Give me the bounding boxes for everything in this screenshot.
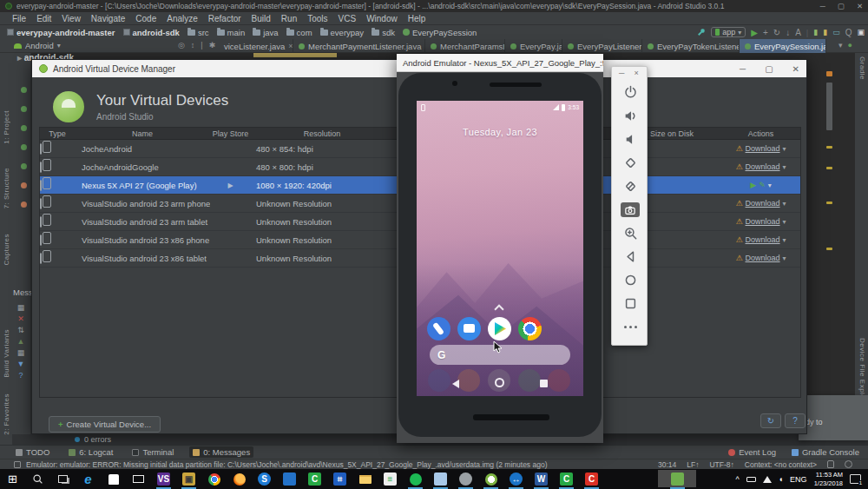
breadcrumb-src[interactable]: src [187,28,209,37]
line-separator-indicator[interactable]: LF↑ [687,460,699,469]
tool-windows-icon[interactable]: ▣ [857,28,865,36]
edge-icon[interactable]: e [76,469,101,489]
chrome-taskbar-icon[interactable] [201,469,227,489]
menu-code[interactable]: Code [130,14,161,23]
caret-position[interactable]: 30:14 [658,460,676,469]
menu-build[interactable]: Build [247,14,276,23]
help-icon[interactable]: ? [14,370,28,381]
android-app-icon[interactable] [478,469,503,489]
breadcrumb-com[interactable]: com [286,28,312,37]
dropdown-icon[interactable]: ▾ [783,236,786,244]
tray-expand-icon[interactable]: ^ [735,475,739,484]
download-link[interactable]: Download [746,162,780,171]
status-message[interactable]: Emulator: emulator: ERROR: Missing initi… [26,460,548,469]
dropdown-icon[interactable]: ▾ [783,218,786,226]
zoom-button[interactable] [612,221,648,245]
menu-view[interactable]: View [56,14,86,23]
ide-minimize-button[interactable]: ─ [820,2,825,10]
tab-merchantparamslistener[interactable]: MerchantParamsListener.java× [425,39,505,53]
ide-maximize-button[interactable]: ▢ [838,2,845,10]
tab-servicelistener[interactable]: viceListener.java× [219,39,293,53]
stop-icon[interactable]: ✕ [14,314,28,325]
notification-balloon[interactable]: dy to [799,395,868,440]
help-button[interactable]: ? [785,413,806,428]
document-app-icon[interactable]: ≡ [378,469,403,489]
tab-everypaysession[interactable]: EveryPaySession.java× [740,39,826,53]
edit-icon[interactable]: ✎ [759,181,766,189]
breadcrumb-project[interactable]: everypay-android-master [7,28,115,37]
toolwindow-toggle-icon[interactable] [14,461,21,468]
settings-icon[interactable]: ◎ [178,41,185,50]
tool-stripe-gradle[interactable]: Gradle [858,56,866,80]
tab-terminal[interactable]: Terminal [128,446,177,458]
toolbar-close-button[interactable]: × [634,69,638,81]
tool-stripe-captures[interactable]: Captures [3,234,10,265]
sticky-notes-icon[interactable] [428,469,453,489]
overview-button[interactable] [612,292,648,315]
menu-tools[interactable]: Tools [302,14,332,23]
running-emulator-icon[interactable] [665,469,690,489]
start-button[interactable]: ⊞ [0,469,25,489]
tab-everypay[interactable]: EveryPay.java× [505,39,562,53]
sdk-tool-icon[interactable]: ▣ [176,469,201,489]
highlighting-level-icon[interactable] [845,460,852,468]
filter-icon[interactable]: ▼ [14,359,28,370]
download-link[interactable]: Download [746,144,780,153]
store-icon[interactable] [101,469,126,489]
run-configuration-selector[interactable]: app▾ [711,27,746,37]
firefox-icon[interactable] [227,469,252,489]
breadcrumb-module[interactable]: android-sdk [123,28,180,37]
camtasia-recorder-icon[interactable]: C [579,469,604,489]
nav-home-icon[interactable] [495,378,504,387]
download-link[interactable]: Download [746,199,780,208]
avd-manager-icon[interactable]: ▮ [813,28,818,36]
nav-overview-icon[interactable] [540,380,548,387]
collapse-all-icon[interactable]: ▦ [14,347,28,359]
rotate-right-button[interactable] [612,175,648,198]
wifi-icon[interactable] [763,476,772,483]
avd-maximize-button[interactable]: ▢ [765,64,773,74]
skype-icon[interactable]: S [252,469,277,489]
dropdown-icon[interactable]: ▾ [783,145,786,153]
breadcrumb-everypay[interactable]: everypay [320,28,365,37]
refresh-button[interactable]: ↻ [760,413,781,428]
debug-icon[interactable]: ↓ [786,28,790,37]
dropdown-icon[interactable]: ▾ [783,254,786,262]
taskbar-search-icon[interactable] [25,469,50,489]
tool-stripe-structure[interactable]: 7: Structure [3,168,10,208]
menu-run[interactable]: Run [276,14,302,23]
dropdown-icon[interactable]: ▾ [783,200,786,208]
search-everywhere-icon[interactable]: Q [845,28,852,37]
visual-studio-icon[interactable]: VS [151,469,176,489]
breadcrumb-sdk[interactable]: sdk [372,28,395,37]
tab-todo[interactable]: TODO [12,446,53,458]
menu-edit[interactable]: Edit [31,14,56,23]
rotate-left-button[interactable] [612,151,648,175]
nav-back-icon[interactable] [452,380,459,388]
tool-stripe-favorites[interactable]: 2: Favorites [3,393,10,435]
lock-icon[interactable] [827,460,834,468]
rerun-icon[interactable]: ▦ [14,302,28,314]
dropdown-icon[interactable]: ▾ [768,182,772,189]
camtasia-icon[interactable]: C [302,469,327,489]
tab-logcat[interactable]: 6: Logcat [65,446,116,458]
battery-tray-icon[interactable] [746,477,756,482]
tab-messages[interactable]: 0: Messages [189,446,253,458]
volume-down-button[interactable] [612,128,648,151]
menu-analyze[interactable]: Analyze [161,14,203,23]
menu-vcs[interactable]: VCS [333,14,362,23]
avd-minimize-button[interactable]: ─ [740,64,746,74]
spotify-icon[interactable] [403,469,428,489]
profiler-icon[interactable]: A [795,28,801,37]
camtasia-studio-icon[interactable]: C [554,469,579,489]
sdk-manager-icon[interactable]: ▮ [823,28,827,36]
gear-icon[interactable]: ✱ [209,41,216,50]
vs-code-icon[interactable] [277,469,302,489]
screenshot-button[interactable] [612,198,648,221]
more-options-button[interactable] [612,315,648,339]
tab-everypaylistener[interactable]: EveryPayListener.java× [562,39,642,53]
remote-desktop-icon[interactable]: ⌗ [327,469,352,489]
tabs-overflow-icon[interactable]: ▾ [838,41,843,50]
menu-window[interactable]: Window [361,14,403,23]
apply-changes-icon[interactable]: + [763,28,768,37]
